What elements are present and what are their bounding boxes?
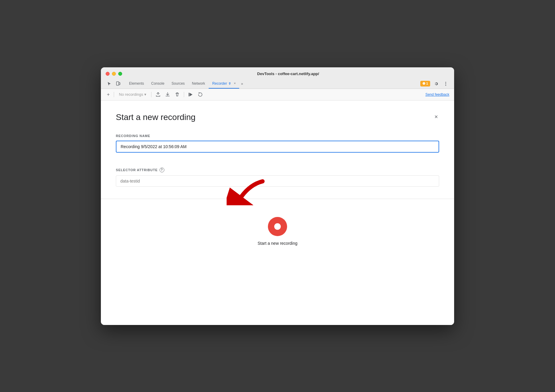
traffic-lights xyxy=(106,72,122,76)
cursor-icon[interactable] xyxy=(106,80,113,87)
tab-recorder[interactable]: Recorder 🎙 × xyxy=(209,79,239,89)
toolbar-separator-1 xyxy=(114,92,114,97)
recording-name-section: RECORDING NAME xyxy=(116,134,439,153)
dialog-header: Start a new recording × xyxy=(116,113,439,122)
more-tabs-button[interactable]: » xyxy=(239,79,245,88)
tab-sources[interactable]: Sources xyxy=(168,79,188,89)
svg-point-3 xyxy=(445,83,446,84)
section-divider xyxy=(101,199,454,199)
add-recording-button[interactable]: + xyxy=(106,91,111,98)
tab-console[interactable]: Console xyxy=(148,79,168,89)
tabs-row: Elements Console Sources Network Recorde… xyxy=(106,79,449,89)
start-recording-label: Start a new recording xyxy=(257,241,297,246)
svg-rect-0 xyxy=(116,82,119,85)
devtools-window: DevTools - coffee-cart.netlify.app/ xyxy=(101,67,454,325)
maximize-window-button[interactable] xyxy=(118,72,122,76)
download-button[interactable] xyxy=(164,92,171,98)
selector-attribute-section: SELECTOR ATTRIBUTE ? xyxy=(116,168,439,187)
svg-point-2 xyxy=(445,82,446,83)
title-bar: DevTools - coffee-cart.netlify.app/ xyxy=(101,67,454,89)
window-title: DevTools - coffee-cart.netlify.app/ xyxy=(127,72,449,76)
toolbar-separator-2 xyxy=(151,92,151,97)
minimize-window-button[interactable] xyxy=(112,72,116,76)
export-button[interactable] xyxy=(154,92,162,98)
recordings-dropdown[interactable]: No recordings ▾ xyxy=(117,92,148,97)
replay-button[interactable] xyxy=(197,92,204,98)
record-section: Start a new recording xyxy=(116,211,439,246)
main-content: Start a new recording × RECORDING NAME S… xyxy=(101,101,454,325)
dialog-close-button[interactable]: × xyxy=(433,113,439,121)
toolbar-separator-3 xyxy=(184,92,184,97)
dialog-title: Start a new recording xyxy=(116,113,195,122)
settings-icon[interactable] xyxy=(433,80,440,87)
recording-name-input[interactable] xyxy=(116,141,439,153)
tab-close-icon[interactable]: × xyxy=(234,82,236,85)
header-right: ❶ 1 xyxy=(420,80,449,87)
selector-attribute-label: SELECTOR ATTRIBUTE ? xyxy=(116,168,439,172)
start-recording-button[interactable] xyxy=(268,217,287,236)
issues-badge-button[interactable]: ❶ 1 xyxy=(420,81,430,86)
toolbar: + No recordings ▾ xyxy=(101,89,454,101)
tab-elements[interactable]: Elements xyxy=(125,79,148,89)
close-window-button[interactable] xyxy=(106,72,110,76)
tab-network[interactable]: Network xyxy=(188,79,209,89)
svg-rect-1 xyxy=(119,83,120,85)
recording-name-label: RECORDING NAME xyxy=(116,134,439,138)
svg-point-4 xyxy=(445,85,446,86)
svg-marker-5 xyxy=(189,93,192,96)
play-button[interactable] xyxy=(187,92,194,98)
selector-attribute-input[interactable] xyxy=(116,175,439,187)
help-icon[interactable]: ? xyxy=(160,168,164,172)
more-options-icon[interactable] xyxy=(442,80,449,87)
send-feedback-link[interactable]: Send feedback xyxy=(425,92,449,97)
delete-button[interactable] xyxy=(174,92,181,98)
device-toolbar-icon[interactable] xyxy=(115,80,122,87)
